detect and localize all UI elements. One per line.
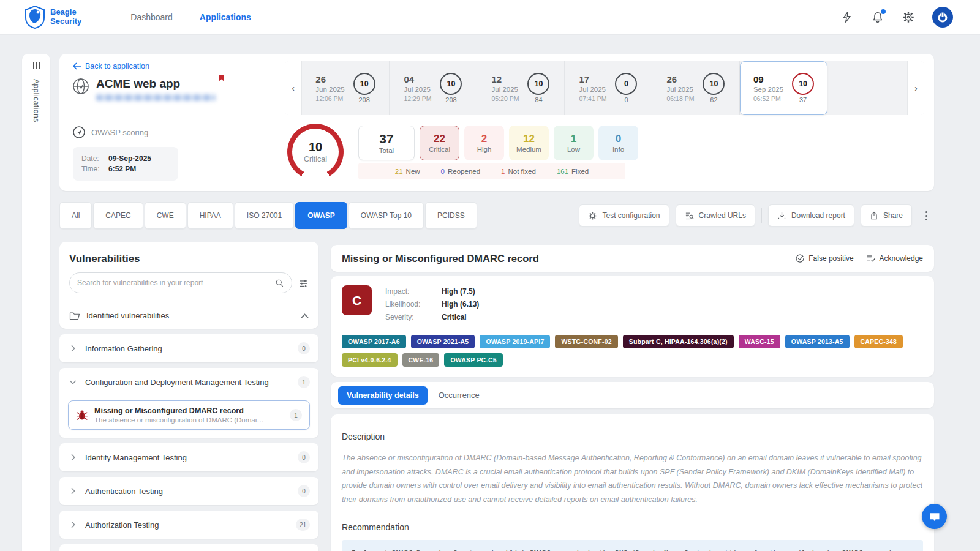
standard-badge[interactable]: CWE-16 [402, 353, 440, 367]
tab-iso-27001[interactable]: ISO 27001 [235, 202, 294, 229]
timeline-item-selected[interactable]: 09Sep 202506:52 PM 1037 [740, 61, 827, 115]
nav-dashboard[interactable]: Dashboard [130, 12, 173, 22]
chevron-up-icon[interactable] [301, 313, 309, 318]
stat-medium[interactable]: 12Medium [509, 126, 549, 160]
lightning-icon[interactable] [840, 10, 854, 24]
tab-pcidss[interactable]: PCIDSS [425, 202, 477, 229]
timeline-item[interactable]: 26Jun 202512:06 PM 10208 [302, 61, 390, 115]
category-count: 1 [298, 376, 310, 388]
standard-badge[interactable]: PCI v4.0-6.2.4 [342, 353, 398, 367]
timeline-item[interactable]: 26Jul 202506:18 PM 1062 [652, 61, 740, 115]
standard-badge[interactable]: OWASP PC-C5 [444, 353, 503, 367]
application-url-redacted [96, 94, 216, 101]
category-config-deployment[interactable]: Configuration and Deployment Management … [59, 368, 318, 438]
category-information-gathering[interactable]: Information Gathering 0 [59, 334, 318, 362]
stat-low[interactable]: 1Low [554, 126, 594, 160]
category-count: 0 [298, 485, 310, 497]
nav-applications[interactable]: Applications [200, 12, 251, 22]
standard-badge[interactable]: OWASP 2021-A5 [411, 335, 475, 348]
timeline-item[interactable]: 04Jul 202512:29 PM 10208 [390, 61, 477, 115]
globe-icon [72, 77, 90, 96]
chevron-right-icon [68, 452, 78, 462]
timeline-item[interactable]: 17Jul 202507:41 PM 00 [565, 61, 652, 115]
standard-badge[interactable]: Subpart C, HIPAA-164.306(a)(2) [623, 335, 734, 348]
stat-info[interactable]: 0Info [598, 126, 638, 160]
timeline-next-icon[interactable]: › [907, 61, 924, 115]
gauge-value: 10 [309, 140, 322, 154]
user-avatar[interactable] [932, 7, 953, 28]
score-circle: 10 [792, 73, 814, 95]
tab-owasp-top-10[interactable]: OWASP Top 10 [349, 202, 424, 229]
more-options-kebab-icon[interactable] [918, 204, 934, 227]
score-circle: 10 [703, 73, 725, 95]
standard-badge[interactable]: OWASP 2013-A5 [785, 335, 850, 348]
category-authorization[interactable]: Authorization Testing 21 [59, 511, 318, 539]
chat-bubble-icon [929, 511, 941, 523]
vulnerability-item-dmarc[interactable]: Missing or Misconfigured DMARC record Th… [68, 400, 310, 430]
bug-icon [76, 409, 88, 421]
collapsed-sidebar: Applications [22, 54, 50, 551]
stat-high[interactable]: 2High [464, 126, 504, 160]
recommendation-text: Implement DMARC Records: Create and publ… [342, 540, 923, 551]
tab-cwe[interactable]: CWE [145, 202, 186, 229]
download-report-button[interactable]: Download report [768, 204, 854, 227]
search-icon[interactable] [275, 279, 284, 288]
timeline-prev-icon[interactable]: ‹ [285, 61, 302, 115]
score-circle: 10 [440, 73, 462, 95]
standard-badge[interactable]: CAPEC-348 [854, 335, 903, 348]
category-identity-management[interactable]: Identity Management Testing 0 [59, 443, 318, 471]
impact-label: Impact: [385, 287, 442, 296]
folder-icon [69, 311, 80, 320]
vulnerability-search-input[interactable] [77, 279, 275, 287]
score-circle: 0 [615, 73, 637, 95]
acknowledge-icon [866, 253, 876, 263]
sidebar-vertical-label[interactable]: Applications [32, 79, 40, 122]
test-config-gear-icon [588, 211, 597, 220]
crawled-urls-icon [685, 211, 694, 220]
application-summary-card: Back to application ACME web app OWASP s… [59, 54, 934, 191]
category-partial[interactable] [59, 544, 318, 551]
description-text: The absence or misconfiguration of DMARC… [342, 451, 923, 506]
tab-occurrence[interactable]: Occurrence [439, 391, 480, 400]
vulnerability-count: 1 [290, 409, 302, 421]
tab-owasp[interactable]: OWASP [295, 202, 347, 229]
detail-severity-card: C Impact:High (7.5) Likelihood:High (6.1… [331, 276, 934, 377]
standard-badge[interactable]: OWASP 2017-A6 [342, 335, 406, 348]
status-new: 21New [395, 168, 420, 175]
vulnerability-title: Missing or Misconfigured DMARC record [342, 253, 539, 264]
chat-widget-button[interactable] [922, 504, 947, 529]
scan-history-timeline: ‹ 26Jun 202512:06 PM 10208 04Jul 202512:… [285, 61, 924, 115]
application-name: ACME web app [96, 77, 180, 90]
acknowledge-button[interactable]: Acknowledge [866, 253, 923, 263]
category-authentication[interactable]: Authentication Testing 0 [59, 477, 318, 505]
standard-badge[interactable]: WSTG-CONF-02 [555, 335, 617, 348]
identified-vulnerabilities-group[interactable]: Identified vulnerabilities [59, 302, 318, 329]
false-positive-button[interactable]: False positive [795, 253, 853, 263]
tab-all[interactable]: All [59, 202, 92, 229]
sidebar-toggle-icon[interactable] [33, 62, 40, 69]
filter-sliders-icon[interactable] [298, 278, 309, 288]
main-nav: Dashboard Applications [130, 12, 251, 22]
standard-badge[interactable]: OWASP 2019-API7 [480, 335, 550, 348]
vulnerability-search[interactable] [69, 272, 292, 293]
category-count: 0 [298, 342, 310, 354]
flag-marker-icon [219, 75, 224, 81]
stat-total[interactable]: 37Total [358, 126, 415, 160]
category-count: 0 [298, 451, 310, 463]
tab-capec[interactable]: CAPEC [93, 202, 143, 229]
stat-critical[interactable]: 22Critical [420, 126, 459, 160]
tab-vulnerability-details[interactable]: Vulnerability details [338, 386, 428, 405]
timeline-item[interactable]: 12Jul 202505:20 PM 1084 [477, 61, 565, 115]
standard-badge[interactable]: WASC-15 [739, 335, 780, 348]
brand-logo[interactable]: Beagle Security [24, 6, 81, 29]
settings-gear-icon[interactable] [902, 10, 915, 24]
crawled-urls-button[interactable]: Crawled URLs [676, 204, 755, 227]
test-configuration-button[interactable]: Test configuration [579, 204, 669, 227]
page: Beagle Security Dashboard Applications [0, 0, 980, 551]
share-button[interactable]: Share [861, 204, 912, 227]
vulnerabilities-header-card: Vulnerabilities Identified vulnerabiliti… [59, 242, 318, 329]
time-value: 6:52 PM [108, 165, 136, 173]
notifications-bell-icon[interactable] [871, 10, 884, 24]
tab-hipaa[interactable]: HIPAA [187, 202, 233, 229]
back-to-application-link[interactable]: Back to application [73, 62, 149, 70]
